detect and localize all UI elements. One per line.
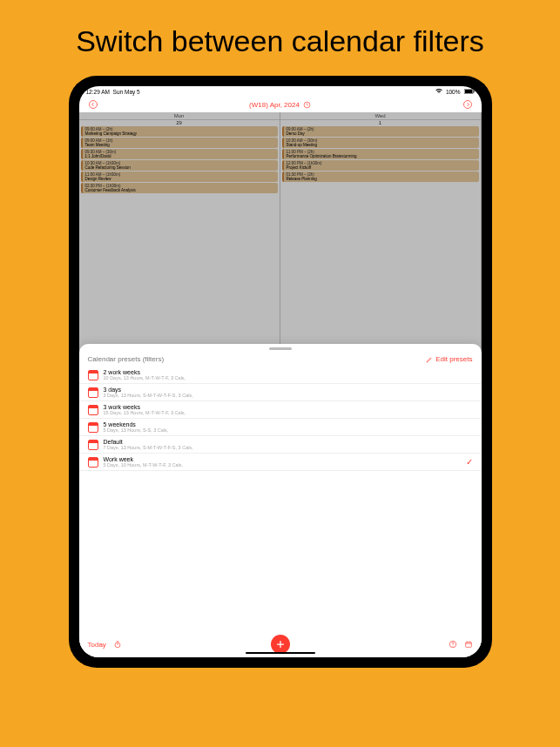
toolbar-title[interactable]: (W18) Apr, 2024 (249, 101, 300, 109)
top-toolbar: (W18) Apr, 2024 (79, 97, 482, 112)
preset-name: Work week (104, 456, 461, 462)
preset-list[interactable]: 2 work weeks10 Days, 13 Hours, M-T-W-T-F… (79, 367, 482, 631)
calendar-preset-icon (88, 387, 98, 398)
calendar-preset-icon (88, 457, 98, 468)
timer-icon[interactable] (113, 640, 122, 649)
svg-point-5 (463, 101, 471, 109)
preset-detail: 7 Days, 13 Hours, S-M-T-W-T-F-S, 3 Cals, (104, 445, 473, 450)
status-time: 12:29 AM Sun May 5 (86, 89, 140, 95)
preset-detail: 15 Days, 13 Hours, M-T-W-T-F, 3 Cals, (104, 410, 473, 415)
home-indicator[interactable] (246, 652, 315, 655)
battery-percent: 100% (446, 89, 461, 95)
help-icon[interactable] (449, 640, 457, 649)
preset-name: 5 weekends (104, 421, 473, 427)
bottom-toolbar: Today (79, 631, 482, 657)
back-icon[interactable] (88, 99, 98, 110)
preset-item[interactable]: 3 days3 Days, 13 Hours, S-M-T-W-T-F-S, 3… (79, 384, 482, 401)
wifi-icon (435, 89, 442, 94)
svg-rect-1 (464, 90, 472, 93)
clock-icon[interactable] (303, 101, 311, 109)
preset-detail: 5 Days, 10 Hours, M-T-W-T-F, 3 Cals, (104, 462, 461, 468)
preset-item[interactable]: 3 work weeks15 Days, 13 Hours, M-T-W-T-F… (79, 401, 482, 419)
sheet-title: Calendar presets (filters) (88, 355, 165, 363)
calendar-preset-icon (88, 440, 98, 450)
today-button[interactable]: Today (88, 641, 106, 649)
forward-icon[interactable] (462, 99, 473, 110)
screen: 12:29 AM Sun May 5 100% (W18) Apr, 2024 (79, 86, 482, 657)
battery-icon (464, 89, 475, 94)
preset-name: Default (104, 439, 473, 445)
pencil-icon (426, 356, 433, 363)
preset-detail: 5 Days, 13 Hours, S-S, 3 Cals, (104, 427, 473, 433)
preset-item[interactable]: Work week5 Days, 10 Hours, M-T-W-T-F, 3 … (79, 454, 482, 471)
preset-name: 2 work weeks (104, 369, 473, 375)
checkmark-icon: ✓ (466, 457, 473, 467)
preset-name: 3 work weeks (104, 404, 473, 410)
page-headline: Switch between calendar filters (0, 0, 560, 76)
edit-presets-button[interactable]: Edit presets (426, 355, 472, 363)
calendar-preset-icon (88, 405, 98, 415)
preset-detail: 10 Days, 13 Hours, M-T-W-T-F, 3 Cals, (104, 375, 473, 380)
calendar-grid: Mon2909:00 AM – (2h)Marketing Campaign S… (79, 112, 482, 657)
status-bar: 12:29 AM Sun May 5 100% (79, 86, 482, 97)
svg-point-3 (89, 101, 97, 109)
preset-detail: 3 Days, 13 Hours, S-M-T-W-T-F-S, 3 Cals, (104, 393, 473, 398)
preset-item[interactable]: Default7 Days, 13 Hours, S-M-T-W-T-F-S, … (79, 436, 482, 454)
calendar-preset-icon (88, 422, 98, 433)
preset-item[interactable]: 2 work weeks10 Days, 13 Hours, M-T-W-T-F… (79, 367, 482, 384)
svg-rect-8 (465, 643, 471, 648)
calendar-icon[interactable] (464, 640, 473, 649)
preset-name: 3 days (104, 387, 473, 393)
presets-sheet: Calendar presets (filters) Edit presets … (79, 344, 482, 657)
tablet-frame: 12:29 AM Sun May 5 100% (W18) Apr, 2024 (69, 76, 492, 668)
sheet-grabber[interactable] (269, 347, 292, 350)
svg-rect-2 (473, 91, 474, 93)
preset-item[interactable]: 5 weekends5 Days, 13 Hours, S-S, 3 Cals, (79, 419, 482, 436)
calendar-preset-icon (88, 370, 98, 380)
